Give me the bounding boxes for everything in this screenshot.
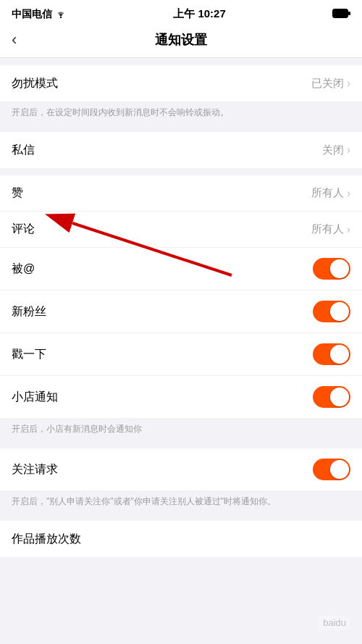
do-not-disturb-desc: 开启后，在设定时间段内收到新消息时不会响铃或振动。 — [0, 101, 362, 125]
poke-label: 戳一下 — [12, 347, 46, 362]
chevron-icon-2: › — [347, 143, 350, 156]
shop-notice-label: 小店通知 — [12, 390, 58, 405]
time-label: 上午 10:27 — [173, 7, 226, 21]
comment-label: 评论 — [12, 222, 35, 237]
nav-bar: ‹ 通知设置 — [0, 25, 362, 58]
content-area: 勿扰模式 已关闭 › 开启后，在设定时间段内收到新消息时不会响铃或振动。 私信 … — [0, 65, 362, 557]
follow-request-label: 关注请求 — [12, 462, 58, 477]
follow-request-desc: 开启后，"别人申请关注你"或者"你申请关注别人被通过"时将通知你。 — [0, 490, 362, 514]
play-count-label: 作品播放次数 — [12, 532, 81, 547]
like-item[interactable]: 赞 所有人 › — [0, 175, 362, 212]
comment-status: 所有人 — [311, 222, 344, 236]
private-message-label: 私信 — [12, 143, 35, 158]
mention-toggle[interactable] — [313, 258, 350, 280]
section-play-count: 作品播放次数 — [0, 521, 362, 557]
battery-icon — [332, 9, 350, 20]
mention-item: 被@ — [0, 248, 362, 290]
private-message-right: 关闭 › — [322, 143, 350, 157]
svg-rect-2 — [348, 12, 350, 15]
follow-request-item: 关注请求 — [0, 448, 362, 490]
shop-notice-item: 小店通知 — [0, 376, 362, 418]
page-wrapper: 中国电信 上午 10:27 ‹ 通知设置 — [0, 0, 362, 557]
do-not-disturb-label: 勿扰模式 — [12, 76, 58, 91]
chevron-icon-3: › — [347, 187, 350, 200]
do-not-disturb-status: 已关闭 — [311, 77, 344, 91]
play-count-item[interactable]: 作品播放次数 — [0, 521, 362, 557]
poke-item: 戳一下 — [0, 333, 362, 376]
mention-label: 被@ — [12, 262, 35, 277]
private-message-status: 关闭 — [322, 143, 344, 157]
section-private-message: 私信 关闭 › — [0, 132, 362, 168]
page-title: 通知设置 — [155, 31, 207, 49]
chevron-icon-4: › — [347, 223, 350, 236]
status-left: 中国电信 — [12, 8, 67, 21]
like-right: 所有人 › — [311, 186, 350, 200]
svg-rect-1 — [332, 9, 348, 17]
chevron-icon: › — [347, 77, 350, 90]
do-not-disturb-right: 已关闭 › — [311, 77, 350, 91]
svg-point-0 — [60, 16, 62, 17]
status-bar: 中国电信 上午 10:27 — [0, 0, 362, 25]
like-label: 赞 — [12, 185, 23, 201]
comment-item[interactable]: 评论 所有人 › — [0, 212, 362, 248]
wifi-icon — [55, 9, 67, 20]
carrier-label: 中国电信 — [12, 8, 52, 21]
poke-toggle[interactable] — [313, 343, 350, 365]
private-message-item[interactable]: 私信 关闭 › — [0, 132, 362, 168]
shop-notice-desc: 开启后，小店有新消息时会通知你 — [0, 418, 362, 441]
new-follower-item: 新粉丝 — [0, 290, 362, 333]
do-not-disturb-item[interactable]: 勿扰模式 已关闭 › — [0, 65, 362, 101]
comment-right: 所有人 › — [311, 222, 350, 236]
new-follower-toggle[interactable] — [313, 301, 350, 322]
status-right — [332, 9, 350, 20]
new-follower-label: 新粉丝 — [12, 304, 46, 319]
section-follow-request: 关注请求 — [0, 448, 362, 490]
section-do-not-disturb: 勿扰模式 已关闭 › — [0, 65, 362, 101]
shop-notice-toggle[interactable] — [313, 386, 350, 408]
back-button[interactable]: ‹ — [12, 30, 17, 49]
section-interactions: 赞 所有人 › 评论 所有人 › 被@ 新粉丝 — [0, 175, 362, 418]
watermark: baidu — [319, 616, 350, 630]
follow-request-toggle[interactable] — [313, 459, 350, 480]
like-status: 所有人 — [311, 186, 344, 200]
